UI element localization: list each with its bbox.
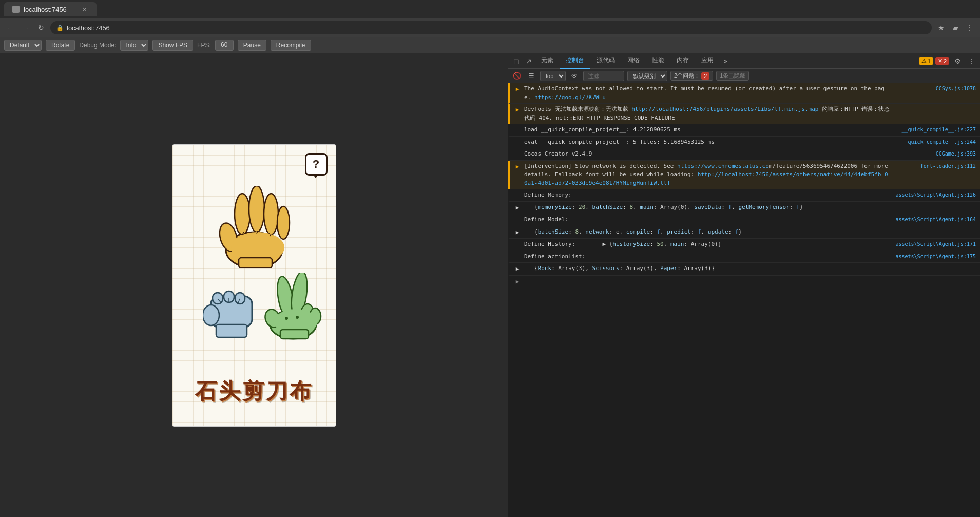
warning-badge: ⚠ 1 [919,57,933,65]
msg-content-8: {memorySize: 20, batchSize: 8, main: Arr… [524,203,891,212]
back-button[interactable]: ← [4,22,16,34]
console-msg-2: ▶ DevTools 无法加载来源映射：无法加载 http://localhos… [508,104,980,124]
preset-select[interactable]: Default [4,40,42,51]
msg-source-4[interactable]: __quick_compile__.js:244 [894,138,976,146]
msg-link-2[interactable]: http://localhost:7456/plugins/assets/Lib… [631,106,818,112]
more-options-button[interactable]: ⋮ [964,22,976,34]
forward-button[interactable]: → [20,22,32,34]
address-bar[interactable]: 🔒 localhost:7456 [50,21,932,34]
tab-application[interactable]: 应用 [695,53,720,69]
msg-source-3[interactable]: __quick_compile__.js:227 [894,126,976,133]
tab-console[interactable]: 控制台 [560,53,590,69]
expand-icon-10[interactable]: ▶ [514,228,521,237]
devtools-dock-button[interactable]: ◻ [510,55,523,67]
hand-rock [203,278,260,340]
tab-elements[interactable]: 元素 [535,53,560,69]
console-msg-11: Define History: ▶ {historySize: 50, main… [508,239,980,251]
msg-link-1[interactable]: https://goo.gl/7K7WLu [534,94,606,101]
msg-source-9[interactable]: assets\Script\Agent.js:164 [894,216,976,223]
cocos-toolbar: Default Rotate Debug Mode: Info Show FPS… [0,37,980,53]
msg-link-6b[interactable]: http://localhost:7456/assets/others/nati… [524,171,888,186]
svg-point-2 [235,194,250,235]
msg-source-11[interactable]: assets\Script\Agent.js:171 [894,240,976,248]
warning-icon: ⚠ [921,58,927,64]
tab-network[interactable]: 网络 [621,53,646,69]
history-inline: ▶ {historySize: 50, main: Array(0)} [602,241,721,247]
tab-title: localhost:7456 [24,6,67,13]
rock-hand-svg [203,278,260,340]
msg-content-13: {Rock: Array(3), Scissors: Array(3), Pap… [524,264,891,273]
active-tab[interactable]: localhost:7456 ✕ [4,2,97,16]
filter-input[interactable] [583,71,624,81]
msg-source-12[interactable]: assets\Script\Agent.js:175 [894,253,976,260]
more-tabs-button[interactable]: » [720,55,732,67]
tab-sources[interactable]: 源代码 [590,53,621,69]
msg-source-5[interactable]: CCGame.js:393 [894,150,976,158]
console-msg-9: Define Model: assets\Script\Agent.js:164 [508,214,980,226]
svg-point-15 [203,305,219,325]
tab-close-button[interactable]: ✕ [80,5,88,13]
show-fps-button[interactable]: Show FPS [152,40,193,51]
extensions-button[interactable]: ▰ [949,22,962,34]
expand-icon-14[interactable]: ▶ [514,278,521,286]
msg-content-11: Define History: ▶ {historySize: 50, main… [524,240,891,249]
scissors-hand-svg [262,273,324,340]
msg-content-10: {batchSize: 8, network: e, compile: f, p… [524,228,891,237]
warning-icon-2: ▶ [514,106,521,114]
reload-button[interactable]: ↻ [35,22,47,34]
more-options-devtools-button[interactable]: ⋮ [966,55,978,67]
expand-icon-13[interactable]: ▶ [514,265,521,274]
msg-content-12: Define actionList: [524,253,891,261]
game-card[interactable]: ? [172,144,336,427]
expand-icon-8[interactable]: ▶ [514,204,521,213]
hand-scissors [262,273,324,340]
tab-favicon [12,6,20,13]
svg-rect-10 [239,258,272,268]
msg-source-6[interactable]: font-loader.js:112 [894,162,976,170]
tab-memory[interactable]: 内存 [670,53,695,69]
rotate-button[interactable]: Rotate [46,40,75,51]
svg-point-29 [296,316,299,319]
fps-label: FPS: [197,42,211,49]
url-text: localhost:7456 [67,24,926,32]
debug-mode-label: Debug Mode: [79,42,116,49]
help-button[interactable]: ? [305,153,328,176]
msg-source-7[interactable]: assets\Script\Agent.js:126 [894,191,976,199]
svg-point-4 [264,194,278,235]
console-msg-14: ▶ [508,276,980,289]
msg-source-1[interactable]: CCSys.js:1078 [894,85,976,92]
msg-link-6a[interactable]: https://www.chromestatus.co [677,163,769,169]
svg-point-28 [285,317,288,320]
debug-mode-select[interactable]: Info [120,40,148,51]
error-count: 2 [944,58,947,64]
top-context-select[interactable]: top [540,71,566,81]
console-msg-4: eval __quick_compile_project__: 5 files:… [508,137,980,149]
bookmark-star-button[interactable]: ★ [935,22,947,34]
warning-icon-1: ▶ [514,85,521,94]
console-msg-12: Define actionList: assets\Script\Agent.j… [508,251,980,263]
devtools-panel: ◻ ↗ 元素 控制台 源代码 网络 性能 内存 应用 » ⚠ 1 ✕ 2 ⚙ ⋮ [508,53,980,517]
msg-text-8: {memorySize: 20, batchSize: 8, main: Arr… [534,204,803,210]
console-toolbar: 🚫 ☰ top 👁 默认级别 2个问题： 2 1条已隐藏 [508,69,980,83]
paper-hand-svg [216,186,293,268]
clear-console-button[interactable]: 🚫 [511,70,523,82]
console-msg-5: Cocos Creator v2.4.9 CCGame.js:393 [508,148,980,161]
issues-badge: 2个问题： 2 [670,71,713,81]
svg-point-3 [249,186,264,232]
lock-icon: 🔒 [56,25,64,31]
devtools-tabs-bar: ◻ ↗ 元素 控制台 源代码 网络 性能 内存 应用 » ⚠ 1 ✕ 2 ⚙ ⋮ [508,53,980,69]
devtools-undock-button[interactable]: ↗ [523,55,535,67]
recompile-button[interactable]: Recompile [271,40,311,51]
msg-content-1: The AudioContext was not allowed to star… [524,85,891,102]
error-badge: ✕ 2 [935,57,949,65]
level-select[interactable]: 默认级别 [627,71,667,81]
msg-content-6: [Intervention] Slow network is detected.… [524,162,891,188]
tab-performance[interactable]: 性能 [646,53,670,69]
settings-button[interactable]: ⚙ [951,55,964,67]
console-msg-1: ▶ The AudioContext was not allowed to st… [508,83,980,104]
msg-content-4: eval __quick_compile_project__: 5 files:… [524,138,891,147]
eye-button[interactable]: 👁 [569,70,580,82]
console-filter-button[interactable]: ☰ [526,70,537,82]
pause-button[interactable]: Pause [238,40,266,51]
fps-value: 60 [215,40,234,51]
